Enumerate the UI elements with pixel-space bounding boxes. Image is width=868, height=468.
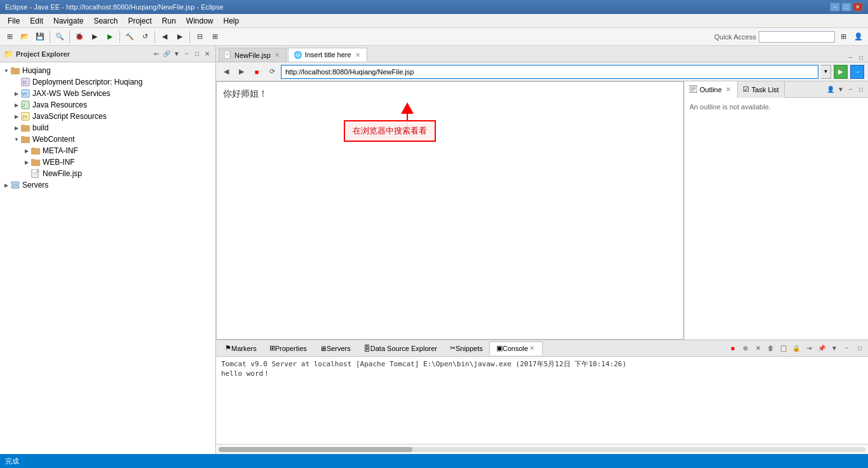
perspectives-button[interactable]: ⊞ — [836, 30, 850, 44]
outline-minimize-btn[interactable]: − — [846, 85, 855, 94]
tab-markers[interactable]: ⚑ Markers — [219, 341, 263, 355]
forward-nav-button[interactable]: ▶ — [173, 30, 187, 44]
outline-maximize-btn[interactable]: □ — [857, 85, 865, 94]
tab-console-close[interactable]: ✕ — [528, 345, 536, 352]
menu-window[interactable]: Window — [181, 15, 219, 27]
collapse-all-button[interactable]: ⇐ — [152, 50, 161, 59]
editor-tab-bar: NewFile.jsp ✕ 🌐 Insert title here ✕ − □ — [216, 46, 868, 62]
tab-snippets[interactable]: ✂ Snippets — [444, 341, 489, 355]
url-dropdown-button[interactable]: ▼ — [821, 65, 831, 79]
tree-item-deployment[interactable]: ▶ D Deployment Descriptor: Huqiang — [0, 76, 215, 88]
tab-newfile[interactable]: NewFile.jsp ✕ — [219, 48, 287, 62]
outline-menu-btn[interactable]: ▼ — [836, 85, 845, 94]
tab-servers-label: Servers — [327, 345, 351, 352]
tree-item-jaxws[interactable]: ▶ W JAX-WS Web Services — [0, 88, 215, 99]
save-button[interactable]: 💾 — [33, 30, 47, 44]
main-layout: 📁 Project Explorer ⇐ 🔗 ▼ − □ ✕ ▼ Huqiang — [0, 46, 868, 454]
menu-project[interactable]: Project — [123, 15, 156, 27]
browser-go-button[interactable]: → — [850, 65, 864, 79]
run-button[interactable]: ▶ — [103, 30, 117, 44]
icon-tray-button[interactable]: 👤 — [851, 30, 865, 44]
close-button[interactable]: ✕ — [853, 3, 863, 11]
editor-maximize-btn[interactable]: □ — [857, 53, 865, 62]
browser-forward-button[interactable]: ▶ — [235, 65, 248, 78]
menu-navigate[interactable]: Navigate — [48, 15, 88, 27]
label-servers: Servers — [22, 181, 48, 189]
console-min-btn[interactable]: − — [841, 343, 853, 354]
tab-console[interactable]: ▣ Console ✕ — [489, 341, 543, 355]
console-icon: ▣ — [496, 344, 503, 352]
minimize-button[interactable]: − — [830, 3, 840, 11]
maximize-panel-button[interactable]: □ — [193, 50, 201, 59]
tab-servers[interactable]: 🖥 Servers — [313, 341, 357, 355]
editor-minimize-btn[interactable]: − — [846, 53, 855, 62]
view-button[interactable]: ⊞ — [208, 30, 222, 44]
browser-stop-button[interactable]: ■ — [250, 65, 263, 78]
tab-outline[interactable]: Outline ✕ — [684, 81, 738, 98]
tree-item-huqiang[interactable]: ▼ Huqiang — [0, 65, 215, 76]
outline-panel-icon-btn[interactable]: 👤 — [826, 85, 835, 94]
menu-search[interactable]: Search — [88, 15, 123, 27]
tree-item-build[interactable]: ▶ build — [0, 122, 215, 134]
console-max-btn[interactable]: □ — [854, 343, 865, 354]
tab-datasource-label: Data Source Explorer — [370, 345, 437, 352]
close-panel-button[interactable]: ✕ — [203, 50, 212, 59]
label-javascript: JavaScript Resources — [32, 112, 107, 121]
open-button[interactable]: 📂 — [18, 30, 32, 44]
new-button[interactable]: ⊞ — [3, 30, 17, 44]
console-word-wrap-btn[interactable]: ⇥ — [803, 343, 815, 354]
tree-item-webcontent[interactable]: ▼ WebContent — [0, 134, 215, 145]
minimize-panel-button[interactable]: − — [182, 50, 191, 59]
panel-controls: ⇐ 🔗 ▼ − □ ✕ — [152, 50, 212, 59]
url-bar[interactable] — [281, 65, 818, 79]
debug-button[interactable]: 🐞 — [72, 30, 86, 44]
refresh-button[interactable]: ↺ — [138, 30, 152, 44]
tab-browser[interactable]: 🌐 Insert title here ✕ — [288, 48, 367, 62]
tab-browser-icon: 🌐 — [294, 51, 302, 59]
perspective-button[interactable]: ⊟ — [193, 30, 207, 44]
tree-item-java[interactable]: ▶ J Java Resources — [0, 99, 215, 111]
console-scrollbar[interactable] — [216, 444, 868, 454]
menu-bar: File Edit Navigate Search Project Run Wi… — [0, 14, 868, 28]
tab-properties[interactable]: ⊞ Properties — [263, 341, 313, 355]
tree-item-newfile[interactable]: ▶ NewFile.jsp — [0, 168, 215, 179]
label-deployment: Deployment Descriptor: Huqiang — [32, 78, 142, 86]
console-stop-btn[interactable]: ■ — [727, 343, 738, 354]
back-nav-button[interactable]: ◀ — [158, 30, 172, 44]
browser-run-button[interactable]: ▶ — [834, 65, 848, 79]
build-button[interactable]: 🔨 — [123, 30, 137, 44]
console-clear-btn[interactable]: 🗑 — [765, 343, 776, 354]
tab-newfile-close[interactable]: ✕ — [273, 52, 281, 59]
label-build: build — [32, 123, 48, 132]
tab-outline-label: Outline — [700, 86, 722, 93]
console-remove-btn[interactable]: ✕ — [752, 343, 764, 354]
icon-jaxws: W — [20, 88, 31, 99]
tree-item-webinf[interactable]: ▶ WEB-INF — [0, 156, 215, 168]
quick-access-input[interactable] — [759, 31, 835, 43]
tree-item-metainf[interactable]: ▶ META-INF — [0, 145, 215, 156]
tasklist-icon: ☑ — [743, 85, 749, 93]
tab-tasklist[interactable]: ☑ Task List — [738, 81, 785, 98]
menu-edit[interactable]: Edit — [25, 15, 48, 27]
maximize-button[interactable]: □ — [841, 3, 851, 11]
browser-back-button[interactable]: ◀ — [220, 65, 233, 78]
menu-file[interactable]: File — [3, 15, 25, 27]
console-menu-btn[interactable]: ▼ — [829, 343, 840, 354]
view-menu-button[interactable]: ▼ — [172, 50, 181, 59]
tab-outline-close[interactable]: ✕ — [724, 86, 732, 93]
tab-browser-close[interactable]: ✕ — [354, 52, 362, 59]
console-scroll-lock-btn[interactable]: 🔒 — [790, 343, 802, 354]
menu-run[interactable]: Run — [157, 15, 181, 27]
link-editor-button[interactable]: 🔗 — [162, 50, 171, 59]
tree-item-servers[interactable]: ▶ Servers — [0, 179, 215, 191]
tree-item-javascript[interactable]: ▶ JS JavaScript Resources — [0, 111, 215, 122]
arrow-deployment: ▶ — [13, 78, 20, 86]
search-toolbar-button[interactable]: 🔍 — [53, 30, 67, 44]
console-pin-btn[interactable]: 📌 — [816, 343, 827, 354]
tab-datasource[interactable]: 🗄 Data Source Explorer — [357, 341, 444, 355]
console-copy-btn[interactable]: 📋 — [778, 343, 789, 354]
menu-help[interactable]: Help — [219, 15, 245, 27]
browser-refresh-button[interactable]: ⟳ — [266, 65, 278, 78]
run-config-button[interactable]: ▶ — [88, 30, 102, 44]
console-disconnect-btn[interactable]: ⊗ — [740, 343, 751, 354]
